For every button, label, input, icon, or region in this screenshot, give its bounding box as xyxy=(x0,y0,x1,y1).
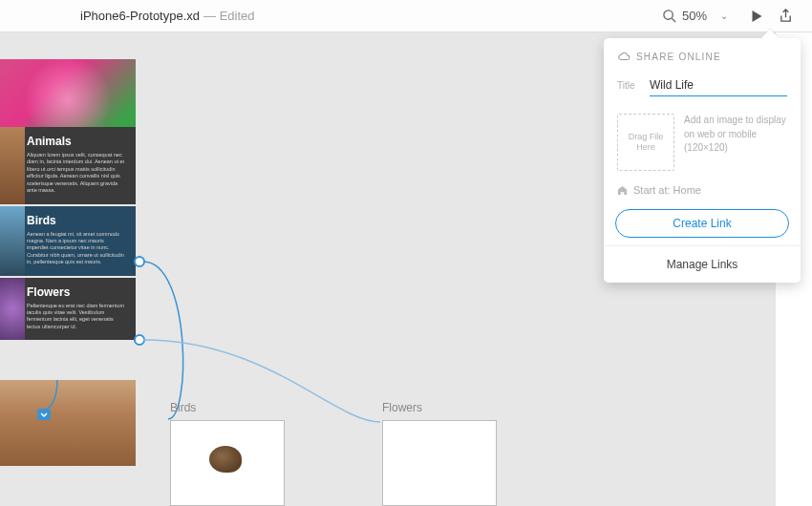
share-online-panel: SHARE ONLINE Title Wild Life Drag File H… xyxy=(604,38,801,283)
section-body: Aliquam lorem ipsus velit, consequat nec… xyxy=(27,152,126,195)
artboard-home[interactable]: Animals Aliquam lorem ipsus velit, conse… xyxy=(0,59,136,466)
artboard-label: Birds xyxy=(170,401,285,414)
section-animals[interactable]: Animals Aliquam lorem ipsus velit, conse… xyxy=(0,127,136,204)
cloud-icon xyxy=(617,50,630,63)
svg-point-3 xyxy=(135,335,144,345)
play-button[interactable] xyxy=(743,6,771,27)
title-label: Title xyxy=(617,80,650,91)
share-button[interactable] xyxy=(771,5,801,27)
thumb-flowers xyxy=(0,278,25,341)
image-dropzone[interactable]: Drag File Here xyxy=(617,114,674,171)
section-flowers[interactable]: Flowers Pellentesque eu erat nec diam fe… xyxy=(0,278,136,341)
svg-point-2 xyxy=(135,257,144,266)
title-input[interactable]: Wild Life xyxy=(650,78,787,96)
section-body: Aenean a feugiat mi, sit amet commodo ma… xyxy=(27,231,126,266)
hero-image xyxy=(0,59,136,127)
artboard-birds[interactable]: Birds xyxy=(170,401,285,506)
file-status: — Edited xyxy=(203,9,254,23)
share-icon xyxy=(779,9,793,23)
create-link-button[interactable]: Create Link xyxy=(615,209,789,238)
artboard-frame xyxy=(170,420,285,506)
start-at-row[interactable]: Start at: Home xyxy=(604,177,801,203)
manage-links-button[interactable]: Manage Links xyxy=(604,245,801,283)
chevron-down-icon: ⌄ xyxy=(720,11,728,21)
section-title: Birds xyxy=(27,214,126,227)
play-icon xyxy=(751,10,763,23)
detail-image-animals xyxy=(0,380,136,466)
section-title: Flowers xyxy=(27,285,126,299)
artboard-label: Flowers xyxy=(382,401,497,414)
artboard-flowers[interactable]: Flowers xyxy=(382,401,497,506)
section-birds[interactable]: Birds Aenean a feugiat mi, sit amet comm… xyxy=(0,206,136,276)
home-icon xyxy=(617,185,628,196)
share-panel-heading: SHARE ONLINE xyxy=(604,38,801,71)
zoom-control[interactable]: 50% ⌄ xyxy=(662,9,728,23)
thumb-animals xyxy=(0,127,25,204)
zoom-level: 50% xyxy=(682,9,707,23)
thumb-birds xyxy=(0,206,25,276)
svg-line-1 xyxy=(672,18,675,22)
topbar: iPhone6-Prototype.xd — Edited 50% ⌄ xyxy=(0,0,812,32)
svg-point-0 xyxy=(664,11,673,19)
section-title: Animals xyxy=(27,135,126,148)
search-icon xyxy=(662,9,676,23)
dropzone-hint: Add an image to display on web or mobile… xyxy=(684,114,787,171)
file-title: iPhone6-Prototype.xd xyxy=(80,9,200,23)
artboard-frame xyxy=(382,420,497,506)
section-body: Pellentesque eu erat nec diam fermentum … xyxy=(27,303,126,331)
